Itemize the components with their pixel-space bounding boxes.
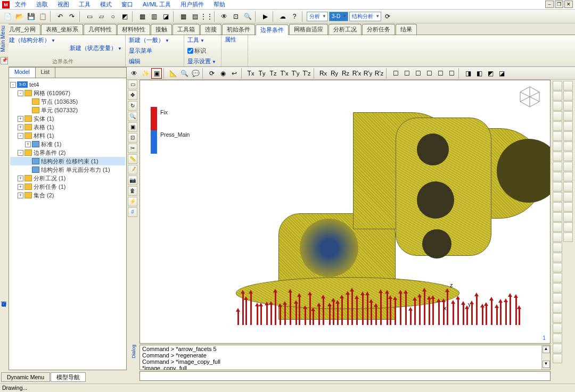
- right-tool-22[interactable]: [553, 303, 562, 313]
- tab-connect[interactable]: 连接: [200, 24, 221, 35]
- right-tool-43[interactable]: [563, 232, 573, 242]
- bottom-tab-dynamic[interactable]: Dynamic Menu: [1, 372, 50, 382]
- right-tool-32[interactable]: [563, 121, 573, 131]
- edit-link[interactable]: 编辑: [129, 58, 141, 65]
- cmd-scrollbar[interactable]: ▲ ▼: [541, 345, 550, 370]
- right-tool-19[interactable]: [553, 273, 562, 282]
- tab-geom-prop[interactable]: 几何特性: [84, 24, 117, 35]
- redo-icon[interactable]: ↷: [67, 11, 77, 22]
- tab-results[interactable]: 结果: [396, 24, 417, 35]
- right-tool-42[interactable]: [563, 222, 573, 232]
- right-tool-40[interactable]: [563, 202, 573, 212]
- right-tool-28[interactable]: [563, 81, 573, 90]
- box2-icon[interactable]: ☐: [401, 68, 412, 79]
- new-icon[interactable]: 📄: [2, 11, 13, 22]
- elements-icon[interactable]: ▤: [190, 11, 200, 22]
- side-hash-icon[interactable]: #: [128, 207, 137, 217]
- properties-link[interactable]: 属性: [225, 36, 236, 44]
- right-tool-37[interactable]: [563, 172, 573, 181]
- right-tool-30[interactable]: [563, 101, 573, 111]
- rz2-icon[interactable]: R'z: [374, 68, 384, 79]
- show-hide-icon[interactable]: 👁: [219, 11, 229, 22]
- struct-combo[interactable]: 结构分析: [349, 12, 381, 21]
- side-zoom-icon[interactable]: 🔍: [128, 112, 137, 121]
- right-tool-36[interactable]: [563, 162, 573, 171]
- right-tool-10[interactable]: [553, 182, 562, 191]
- right-tool-2[interactable]: [553, 101, 562, 111]
- show-settings-link[interactable]: 显示设置▼: [187, 57, 216, 65]
- pin-rail-icon[interactable]: 📌: [1, 57, 8, 64]
- ty-icon[interactable]: Ty: [257, 68, 267, 79]
- right-tool-21[interactable]: [553, 293, 562, 303]
- mode-combo[interactable]: 3-D: [329, 12, 348, 21]
- menu-aiml[interactable]: AI/ML 工具: [138, 1, 175, 9]
- tree-expander-icon[interactable]: +: [25, 141, 31, 147]
- dialog-rail-label[interactable]: Dialog: [131, 345, 136, 358]
- right-tool-29[interactable]: [563, 91, 573, 101]
- tab-material[interactable]: 材料特性: [117, 24, 150, 35]
- menu-file[interactable]: 文件: [11, 1, 31, 9]
- box-icon[interactable]: ☐: [390, 68, 401, 79]
- wireframe-icon[interactable]: ▥: [149, 11, 159, 22]
- tree-row[interactable]: -3-Dtet4: [10, 80, 125, 89]
- menu-window[interactable]: 窗口: [117, 1, 137, 9]
- tab-table-coord[interactable]: 表格_坐标系: [41, 24, 83, 35]
- isoview1-icon[interactable]: ◨: [463, 68, 473, 79]
- tree-expander-icon[interactable]: +: [18, 193, 23, 198]
- right-tool-34[interactable]: [563, 141, 573, 151]
- tree-row[interactable]: +分析任务 (1): [10, 182, 125, 191]
- tab-mesh-adapt[interactable]: 网格自适应: [289, 24, 328, 35]
- analysis-combo[interactable]: 分析: [307, 12, 328, 21]
- eye-icon[interactable]: 👁: [129, 68, 139, 79]
- tree-row[interactable]: 结构分析 位移约束 (1): [10, 157, 125, 165]
- right-tool-20[interactable]: [553, 283, 562, 293]
- open-icon[interactable]: 📂: [14, 11, 24, 22]
- right-tool-13[interactable]: [553, 212, 562, 222]
- right-tool-35[interactable]: [563, 152, 573, 161]
- tree-expander-icon[interactable]: +: [18, 176, 23, 181]
- maximize-button[interactable]: ❐: [555, 1, 563, 8]
- ry-icon[interactable]: Ry: [329, 68, 340, 79]
- right-tool-4[interactable]: [553, 121, 562, 131]
- tab-loadcase[interactable]: 分析工况: [328, 24, 362, 35]
- right-tool-7[interactable]: [553, 152, 562, 161]
- tree-row[interactable]: +集合 (2): [10, 191, 125, 199]
- right-tool-6[interactable]: [553, 141, 562, 151]
- box3-icon[interactable]: ☐: [413, 68, 423, 79]
- tree-row[interactable]: +分析工况 (1): [10, 174, 125, 182]
- select-icon[interactable]: ▭: [84, 11, 95, 22]
- measure-icon[interactable]: 📐: [168, 68, 178, 79]
- magnify-icon[interactable]: 🔍: [179, 68, 190, 79]
- tree-tab-list[interactable]: List: [36, 68, 55, 78]
- tree-expander-icon[interactable]: +: [18, 116, 23, 122]
- menu-select[interactable]: 选取: [32, 1, 52, 9]
- right-tool-15[interactable]: [553, 232, 562, 242]
- rz-icon[interactable]: Rz: [340, 68, 351, 79]
- callout-icon[interactable]: 💬: [190, 68, 201, 79]
- right-tool-33[interactable]: [563, 131, 573, 141]
- right-tool-41[interactable]: [563, 212, 573, 222]
- main-menu-rail-label[interactable]: Main Menu: [0, 23, 6, 54]
- back-icon[interactable]: ↩: [229, 68, 240, 79]
- tree-row[interactable]: -网格 (610967): [10, 89, 125, 97]
- nodes-icon[interactable]: ⋮⋮: [201, 11, 212, 22]
- side-measure-icon[interactable]: 📏: [128, 154, 137, 164]
- side-rotate-icon[interactable]: ↻: [128, 101, 137, 111]
- side-clip-icon[interactable]: ✂: [128, 144, 137, 153]
- right-tool-1[interactable]: [553, 91, 562, 101]
- help-icon[interactable]: ?: [289, 11, 300, 22]
- refresh-icon[interactable]: ⟳: [382, 11, 393, 22]
- new-state-link[interactable]: 新建（状态变量）▼: [70, 44, 122, 52]
- tree-row[interactable]: +实体 (1): [10, 114, 125, 123]
- right-tool-11[interactable]: [553, 192, 562, 202]
- play-icon[interactable]: ▶: [260, 11, 270, 22]
- cloud-icon[interactable]: ☁: [277, 11, 288, 22]
- select-all-icon[interactable]: ◩: [119, 11, 130, 22]
- orientation-cube-icon[interactable]: [518, 85, 541, 108]
- side-light-icon[interactable]: ⚡: [128, 197, 137, 206]
- side-select-icon[interactable]: ▭: [128, 80, 137, 89]
- zoom-fit-icon[interactable]: ⊡: [231, 11, 241, 22]
- side-fit-icon[interactable]: ⊡: [128, 133, 137, 143]
- tab-geom-mesh[interactable]: 几何_分网: [4, 24, 40, 35]
- right-tool-3[interactable]: [553, 111, 562, 121]
